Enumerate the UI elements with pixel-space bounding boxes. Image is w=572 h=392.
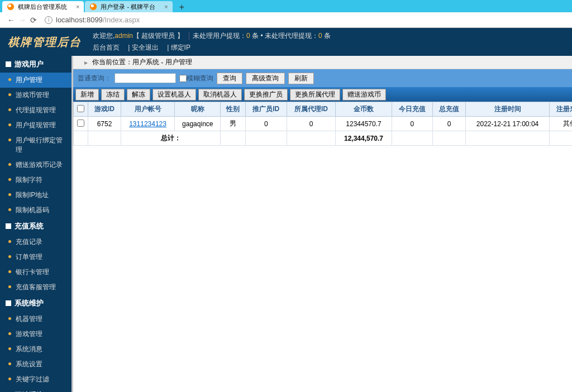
sidebar-item[interactable]: 用户管理 (0, 73, 72, 88)
sidebar-item[interactable]: 充值客服管理 (0, 280, 72, 295)
pending-agent-count: 0 (318, 32, 322, 40)
fuzzy-checkbox-wrap: 模糊查询 (179, 74, 213, 83)
sidebar-item[interactable]: 用户银行绑定管理 (0, 133, 72, 157)
welcome-prefix: 欢迎您, (93, 32, 115, 40)
action-button[interactable]: 设置机器人 (152, 89, 196, 101)
query-button[interactable]: 查询 (217, 73, 242, 84)
sidebar-item[interactable]: 限制IP地址 (0, 188, 72, 203)
tab-title: 用户登录 - 棋牌平台 (101, 3, 155, 11)
sidebar: 游戏用户用户管理游戏币管理代理提现管理用户提现管理用户银行绑定管理赠送游戏币记录… (0, 56, 72, 392)
link-bind-ip[interactable]: 绑定IP (171, 44, 190, 51)
account-link[interactable]: 1311234123 (129, 120, 166, 128)
close-icon[interactable]: × (164, 3, 168, 10)
action-button[interactable]: 冻结 (101, 89, 125, 101)
column-header: 用户帐号 (121, 102, 175, 117)
breadcrumb: ▸ 你当前位置： 用户系统 - 用户管理 (73, 56, 572, 69)
action-button[interactable]: 取消机器人 (198, 89, 242, 101)
sidebar-item[interactable]: 订单管理 (0, 250, 72, 265)
action-button[interactable]: 更换推广员 (244, 89, 288, 101)
sidebar-item[interactable]: 关键字过滤 (0, 372, 72, 387)
sidebar-item[interactable]: 银行卡管理 (0, 265, 72, 280)
svg-point-1 (8, 4, 11, 7)
pending-user-unit: 条 (252, 32, 259, 40)
table-row[interactable]: 67521311234123gagaqince男0012344570.70020… (74, 117, 573, 131)
column-header: 昵称 (175, 102, 221, 117)
back-button[interactable]: ← (6, 16, 17, 25)
cell-gender: 男 (221, 117, 246, 131)
url-path: /Index.aspx (103, 16, 140, 24)
cell-promoter: 0 (246, 117, 287, 131)
tab-title: 棋牌后台管理系统 (18, 3, 67, 11)
search-label: 普通查询： (78, 74, 111, 83)
favicon-icon (7, 3, 15, 11)
add-tab-button[interactable]: + (174, 2, 190, 12)
action-bar: 新增冻结解冻设置机器人取消机器人更换推广员更换所属代理赠送游戏币 (73, 87, 572, 102)
browser-toolbar: ← → ⟳ i localhost:8099/Index.aspx (0, 12, 572, 28)
content: ▸ 你当前位置： 用户系统 - 用户管理 普通查询： 模糊查询 查询 高级查询 … (72, 56, 572, 392)
sidebar-item[interactable]: 限制字符 (0, 173, 72, 188)
fuzzy-checkbox[interactable] (179, 75, 187, 82)
browser-tab-inactive[interactable]: 用户登录 - 棋牌平台 × (85, 1, 172, 12)
column-header: 性别 (221, 102, 246, 117)
favicon-icon (89, 3, 97, 11)
forward-button[interactable]: → (17, 16, 28, 25)
search-bar: 普通查询： 模糊查询 查询 高级查询 刷新 (73, 69, 572, 87)
pending-agent-label: 未处理代理提现： (265, 32, 318, 40)
header-info: 欢迎您,admin【 超级管理员 】 未处理用户提现：0 条 • 未处理代理提现… (93, 31, 331, 52)
cell-game-id: 6752 (88, 117, 121, 131)
square-icon (6, 223, 11, 229)
user-table: 游戏ID用户帐号昵称性别推广员ID所属代理ID金币数今日充值总充值注册时间注册来… (73, 102, 572, 146)
cell-agent: 0 (287, 117, 336, 131)
cell-account: 1311234123 (121, 117, 175, 131)
row-checkbox[interactable] (77, 119, 84, 127)
browser-tabs: 棋牌后台管理系统 × 用户登录 - 棋牌平台 × + (0, 0, 572, 12)
action-button[interactable]: 解冻 (127, 89, 150, 101)
link-logout[interactable]: 安全退出 (132, 44, 159, 51)
column-header: 今日充值 (392, 102, 432, 117)
app-header: 棋牌管理后台 欢迎您,admin【 超级管理员 】 未处理用户提现：0 条 • … (0, 28, 572, 56)
pending-user-count: 0 (246, 32, 250, 40)
pending-user-label: 未处理用户提现： (193, 32, 246, 40)
sidebar-group[interactable]: 系统维护 (0, 295, 72, 312)
sidebar-group[interactable]: 充值系统 (0, 218, 72, 235)
advanced-query-button[interactable]: 高级查询 (246, 73, 285, 84)
url-host: localhost:8099 (56, 16, 103, 24)
close-icon[interactable]: × (76, 3, 79, 10)
link-home[interactable]: 后台首页 (93, 44, 120, 51)
reload-button[interactable]: ⟳ (28, 16, 39, 25)
sidebar-item[interactable]: 机器管理 (0, 312, 72, 327)
select-all-checkbox[interactable] (77, 105, 84, 112)
url-bar[interactable]: i localhost:8099/Index.aspx (45, 16, 566, 24)
square-icon (6, 300, 11, 306)
cell-gold: 12344570.7 (336, 117, 392, 131)
cell-today-recharge: 0 (392, 117, 432, 131)
column-header: 游戏ID (88, 102, 121, 117)
sidebar-item[interactable]: 游戏币管理 (0, 88, 72, 103)
action-button[interactable]: 赠送游戏币 (342, 89, 386, 101)
sidebar-item[interactable]: 用户提现管理 (0, 118, 72, 133)
sidebar-group[interactable]: 网站系统 (0, 387, 72, 392)
sidebar-item[interactable]: 赠送游戏币记录 (0, 157, 72, 173)
browser-tab-active[interactable]: 棋牌后台管理系统 × (2, 1, 84, 12)
sidebar-item[interactable]: 游戏管理 (0, 327, 72, 342)
info-icon[interactable]: i (45, 16, 53, 24)
pending-agent-unit: 条 (324, 32, 331, 40)
sidebar-item[interactable]: 充值记录 (0, 235, 72, 250)
table-wrap[interactable]: 游戏ID用户帐号昵称性别推广员ID所属代理ID金币数今日充值总充值注册时间注册来… (73, 102, 572, 392)
search-input[interactable] (115, 73, 176, 83)
column-header: 推广员ID (246, 102, 287, 117)
cell-total-recharge: 0 (433, 117, 466, 131)
refresh-button[interactable]: 刷新 (288, 73, 314, 84)
sidebar-item[interactable]: 限制机器码 (0, 203, 72, 218)
sidebar-group[interactable]: 游戏用户 (0, 56, 72, 73)
action-button[interactable]: 新增 (75, 89, 99, 101)
breadcrumb-section: 用户系统 (132, 58, 159, 67)
table-total-row: 总计：12,344,570.7 (74, 131, 573, 146)
breadcrumb-prefix: 你当前位置： (92, 58, 132, 67)
sidebar-item[interactable]: 代理提现管理 (0, 103, 72, 118)
action-button[interactable]: 更换所属代理 (290, 89, 340, 101)
arrow-icon: ▸ (84, 59, 88, 66)
sidebar-item[interactable]: 系统设置 (0, 357, 72, 372)
sidebar-item[interactable]: 系统消息 (0, 342, 72, 357)
column-header (74, 102, 88, 117)
